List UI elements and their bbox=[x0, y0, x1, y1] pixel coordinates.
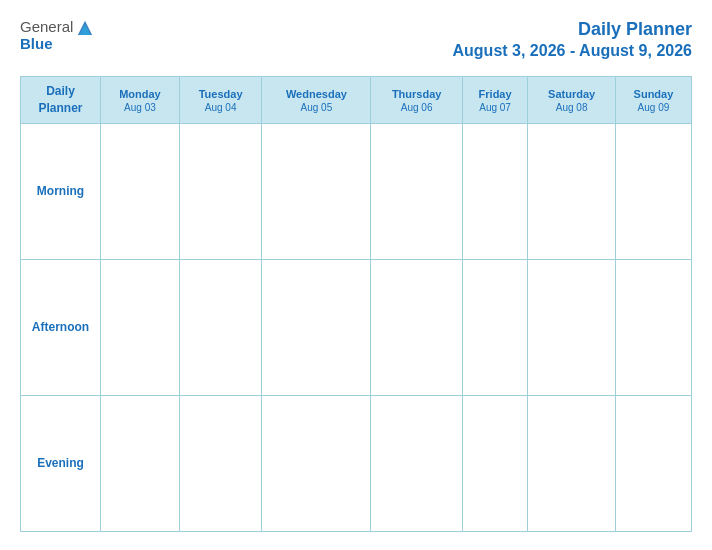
cell-morning-saturday[interactable] bbox=[528, 123, 616, 259]
table-label-header: Daily Planner bbox=[21, 77, 101, 124]
table-row-afternoon: Afternoon bbox=[21, 259, 692, 395]
cell-evening-sunday[interactable] bbox=[615, 395, 691, 531]
page-header: General Blue Daily Planner August 3, 202… bbox=[20, 18, 692, 62]
row-label-evening: Evening bbox=[21, 395, 101, 531]
planner-table: Daily Planner Monday Aug 03 Tuesday Aug … bbox=[20, 76, 692, 532]
date-range: August 3, 2026 - August 9, 2026 bbox=[453, 41, 692, 62]
cell-evening-tuesday[interactable] bbox=[179, 395, 261, 531]
row-label-morning: Morning bbox=[21, 123, 101, 259]
cell-evening-saturday[interactable] bbox=[528, 395, 616, 531]
row-label-afternoon: Afternoon bbox=[21, 259, 101, 395]
col-header-thursday: Thursday Aug 06 bbox=[371, 77, 462, 124]
cell-afternoon-sunday[interactable] bbox=[615, 259, 691, 395]
table-row-evening: Evening bbox=[21, 395, 692, 531]
cell-evening-wednesday[interactable] bbox=[262, 395, 371, 531]
page-title: Daily Planner bbox=[453, 18, 692, 41]
cell-afternoon-monday[interactable] bbox=[101, 259, 180, 395]
table-row-morning: Morning bbox=[21, 123, 692, 259]
cell-afternoon-friday[interactable] bbox=[462, 259, 528, 395]
col-header-friday: Friday Aug 07 bbox=[462, 77, 528, 124]
logo-blue-text: Blue bbox=[20, 35, 53, 52]
col-header-sunday: Sunday Aug 09 bbox=[615, 77, 691, 124]
cell-morning-wednesday[interactable] bbox=[262, 123, 371, 259]
cell-morning-sunday[interactable] bbox=[615, 123, 691, 259]
cell-afternoon-tuesday[interactable] bbox=[179, 259, 261, 395]
cell-morning-tuesday[interactable] bbox=[179, 123, 261, 259]
cell-evening-thursday[interactable] bbox=[371, 395, 462, 531]
logo-general-text: General bbox=[20, 18, 73, 35]
table-header-row: Daily Planner Monday Aug 03 Tuesday Aug … bbox=[21, 77, 692, 124]
cell-evening-monday[interactable] bbox=[101, 395, 180, 531]
cell-morning-thursday[interactable] bbox=[371, 123, 462, 259]
cell-morning-friday[interactable] bbox=[462, 123, 528, 259]
col-header-monday: Monday Aug 03 bbox=[101, 77, 180, 124]
cell-morning-monday[interactable] bbox=[101, 123, 180, 259]
title-block: Daily Planner August 3, 2026 - August 9,… bbox=[453, 18, 692, 62]
logo: General Blue bbox=[20, 18, 94, 53]
col-header-saturday: Saturday Aug 08 bbox=[528, 77, 616, 124]
col-header-wednesday: Wednesday Aug 05 bbox=[262, 77, 371, 124]
cell-afternoon-thursday[interactable] bbox=[371, 259, 462, 395]
col-header-tuesday: Tuesday Aug 04 bbox=[179, 77, 261, 124]
logo-icon bbox=[76, 19, 94, 35]
cell-afternoon-saturday[interactable] bbox=[528, 259, 616, 395]
cell-afternoon-wednesday[interactable] bbox=[262, 259, 371, 395]
cell-evening-friday[interactable] bbox=[462, 395, 528, 531]
